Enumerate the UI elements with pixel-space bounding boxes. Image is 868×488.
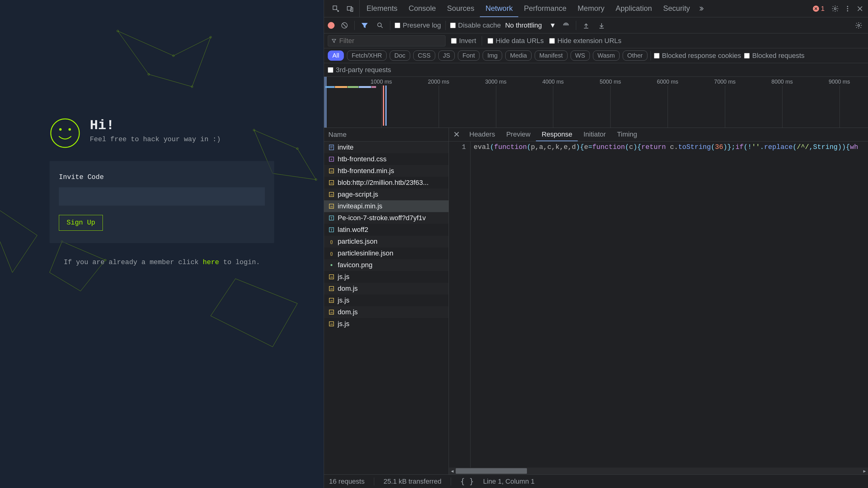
type-filter-bar: AllFetch/XHRDocCSSJSFontImgMediaManifest… [324, 48, 868, 63]
font-file-icon: T [329, 227, 335, 233]
response-code[interactable]: eval(function(p,a,c,k,e,d){e=function(c)… [470, 141, 858, 475]
hide-data-urls-checkbox[interactable]: Hide data URLs [488, 37, 544, 45]
more-tabs-icon[interactable] [697, 3, 708, 14]
request-row[interactable]: JSdom.js [324, 283, 448, 294]
type-filter-doc[interactable]: Doc [390, 51, 410, 61]
request-row[interactable]: JSinviteapi.min.js [324, 200, 448, 212]
detail-tab-preview[interactable]: Preview [501, 128, 536, 141]
third-party-checkbox[interactable]: 3rd-party requests [328, 66, 391, 74]
tab-application[interactable]: Application [610, 0, 657, 17]
filter-input[interactable] [339, 37, 442, 45]
img-file-icon [329, 262, 335, 268]
type-filter-js[interactable]: JS [438, 51, 455, 61]
request-row[interactable]: JSdom.js [324, 306, 448, 318]
tab-console[interactable]: Console [403, 0, 441, 17]
type-filter-manifest[interactable]: Manifest [535, 51, 567, 61]
request-name: js.js [338, 296, 349, 304]
network-conditions-icon[interactable] [560, 20, 571, 31]
download-har-icon[interactable] [596, 20, 607, 31]
device-toolbar-icon[interactable] [344, 3, 355, 14]
preserve-log-checkbox[interactable]: Preserve log [395, 21, 441, 29]
detail-tab-response[interactable]: Response [536, 128, 578, 141]
timeline-tick: 9000 ms [829, 79, 850, 85]
filter-input-wrap [328, 35, 445, 46]
type-filter-other[interactable]: Other [623, 51, 647, 61]
timeline-tick: 5000 ms [600, 79, 621, 85]
type-filter-wasm[interactable]: Wasm [593, 51, 620, 61]
kebab-menu-icon[interactable] [842, 3, 853, 14]
tab-security[interactable]: Security [658, 0, 696, 17]
request-row[interactable]: TPe-icon-7-stroke.woff?d7yf1v [324, 212, 448, 224]
request-row[interactable]: invite [324, 141, 448, 153]
login-hint: If you are already a member click here t… [50, 259, 274, 266]
blocked-cookies-checkbox[interactable]: Blocked response cookies [654, 52, 741, 60]
request-row[interactable]: favicon.png [324, 259, 448, 271]
close-devtools-icon[interactable] [855, 3, 866, 14]
login-link[interactable]: here [203, 259, 219, 266]
network-timeline[interactable]: 1000 ms2000 ms3000 ms4000 ms5000 ms6000 … [324, 77, 868, 128]
timeline-tick: 4000 ms [542, 79, 564, 85]
svg-text:JS: JS [330, 194, 333, 196]
svg-text:JS: JS [330, 288, 333, 290]
svg-point-21 [378, 23, 381, 27]
request-name: js.js [338, 320, 349, 328]
request-row[interactable]: JSblob:http://2million.htb/23f63... [324, 177, 448, 189]
request-name: latin.woff2 [338, 226, 368, 234]
throttling-select[interactable]: No throttling ▼ [505, 21, 556, 29]
hide-extension-urls-checkbox[interactable]: Hide extension URLs [549, 37, 621, 45]
request-row[interactable]: JSjs.js [324, 294, 448, 306]
request-row[interactable]: {}particlesinline.json [324, 248, 448, 259]
request-row[interactable]: Tlatin.woff2 [324, 224, 448, 236]
disable-cache-checkbox[interactable]: Disable cache [450, 21, 501, 29]
request-row[interactable]: #htb-frontend.css [324, 153, 448, 165]
settings-icon[interactable] [830, 3, 841, 14]
inspect-element-icon[interactable] [330, 3, 341, 14]
upload-har-icon[interactable] [581, 20, 592, 31]
request-row[interactable]: JShtb-frontend.min.js [324, 165, 448, 177]
detail-tab-headers[interactable]: Headers [464, 128, 501, 141]
login-hint-suffix: to login. [219, 259, 260, 266]
request-row[interactable]: JSjs.js [324, 318, 448, 330]
type-filter-fetchxhr[interactable]: Fetch/XHR [347, 51, 386, 61]
request-row[interactable]: JSpage-script.js [324, 189, 448, 200]
format-icon[interactable]: { } [460, 477, 474, 486]
invite-code-input[interactable] [59, 187, 265, 205]
network-settings-icon[interactable] [853, 20, 864, 31]
css-file-icon: # [329, 156, 335, 162]
type-filter-ws[interactable]: WS [570, 51, 590, 61]
request-name: htb-frontend.css [338, 155, 386, 163]
request-row[interactable]: JSjs.js [324, 271, 448, 283]
invert-checkbox[interactable]: Invert [451, 37, 476, 45]
detail-tab-initiator[interactable]: Initiator [578, 128, 611, 141]
network-body: Name invite#htb-frontend.cssJShtb-fronte… [324, 128, 868, 475]
tab-sources[interactable]: Sources [441, 0, 480, 17]
signup-button[interactable]: Sign Up [59, 215, 103, 231]
type-filter-font[interactable]: Font [458, 51, 479, 61]
filter-toggle-icon[interactable] [359, 20, 370, 31]
blocked-requests-checkbox[interactable]: Blocked requests [744, 52, 805, 60]
response-body: 1 eval(function(p,a,c,k,e,d){e=function(… [449, 141, 868, 475]
type-filter-css[interactable]: CSS [413, 51, 435, 61]
js-file-icon: JS [329, 203, 335, 209]
type-filter-all[interactable]: All [328, 51, 344, 61]
tab-memory[interactable]: Memory [572, 0, 610, 17]
svg-point-11 [59, 128, 62, 131]
type-filter-img[interactable]: Img [483, 51, 502, 61]
svg-rect-23 [329, 145, 334, 150]
record-button[interactable] [328, 22, 335, 29]
tab-performance[interactable]: Performance [518, 0, 572, 17]
request-row[interactable]: {}particles.json [324, 236, 448, 248]
close-detail-icon[interactable]: ✕ [451, 130, 463, 139]
detail-tab-timing[interactable]: Timing [612, 128, 643, 141]
horizontal-scrollbar[interactable]: ◀ ▶ [449, 467, 868, 475]
status-bar: 16 requests 25.1 kB transferred { } Line… [324, 475, 868, 488]
network-toolbar: Preserve log Disable cache No throttling… [324, 17, 868, 33]
tab-elements[interactable]: Elements [361, 0, 403, 17]
request-list-header[interactable]: Name [324, 128, 448, 141]
error-badge[interactable]: ✕ 1 [809, 5, 828, 13]
hero-subtitle: Feel free to hack your way in :) [90, 136, 221, 143]
type-filter-media[interactable]: Media [505, 51, 531, 61]
search-icon[interactable] [374, 20, 386, 31]
clear-icon[interactable] [339, 20, 350, 31]
tab-network[interactable]: Network [480, 0, 518, 17]
